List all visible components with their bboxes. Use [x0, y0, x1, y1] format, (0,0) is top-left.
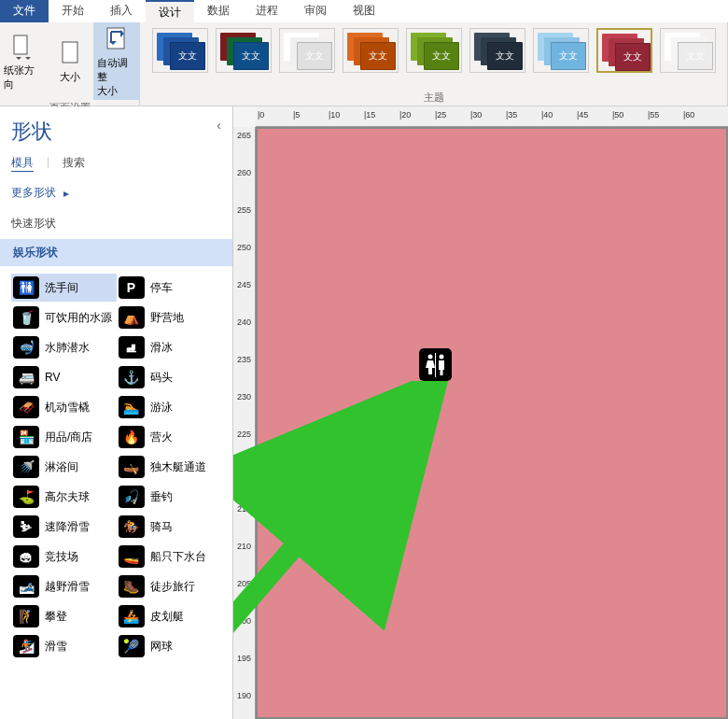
- shape-item-14[interactable]: ⛳高尔夫球: [11, 483, 117, 511]
- shapes-category-active[interactable]: 娱乐形状: [0, 239, 232, 266]
- shape-item-21[interactable]: 🥾徒步旅行: [117, 572, 222, 600]
- themes-group-label: 主题: [140, 90, 727, 106]
- ruler-horizontal: |0|5|10|15|20|25|30|35|40|45|50|55|60: [256, 106, 728, 127]
- orientation-label: 纸张方向: [4, 63, 43, 92]
- canvas-shape-restroom[interactable]: [419, 348, 452, 381]
- shape-item-10[interactable]: 🏪用品/商店: [11, 423, 117, 451]
- svg-rect-6: [439, 360, 444, 370]
- shape-item-19[interactable]: 🚤船只下水台: [117, 543, 222, 571]
- shape-item-2[interactable]: 🥤可饮用的水源: [11, 303, 117, 331]
- canvas[interactable]: [256, 127, 728, 719]
- shape-icon: ⛺: [119, 306, 145, 329]
- shape-item-12[interactable]: 🚿淋浴间: [11, 453, 117, 481]
- shape-label: 船只下水台: [150, 549, 206, 565]
- shape-icon: 🏇: [119, 515, 145, 538]
- shape-item-15[interactable]: 🎣垂钓: [117, 483, 222, 511]
- ribbon-tab-0[interactable]: 文件: [0, 0, 49, 22]
- shape-item-17[interactable]: 🏇骑马: [117, 513, 222, 541]
- svg-point-3: [427, 354, 432, 359]
- shape-label: 竞技场: [45, 549, 78, 565]
- theme-thumb-7[interactable]: 文文: [596, 28, 652, 73]
- shape-icon: ⛳: [13, 486, 39, 508]
- shape-label: 营火: [150, 430, 173, 445]
- shape-label: RV: [45, 371, 60, 384]
- shape-item-23[interactable]: 🚣皮划艇: [117, 602, 222, 630]
- shape-icon: ⚓: [119, 366, 145, 388]
- ribbon-tab-1[interactable]: 开始: [49, 0, 97, 22]
- shape-item-6[interactable]: 🚐RV: [11, 363, 117, 391]
- ribbon-tabs: 文件开始插入设计数据进程审阅视图: [0, 0, 728, 22]
- shape-item-4[interactable]: 🤿水肺潜水: [11, 333, 117, 361]
- collapse-panel-button[interactable]: ‹: [217, 118, 221, 133]
- shape-label: 滑雪: [45, 639, 67, 655]
- shape-label: 攀登: [45, 609, 67, 625]
- shape-label: 滑冰: [150, 340, 173, 356]
- shape-item-11[interactable]: 🔥营火: [117, 423, 222, 451]
- shapes-subtab-1[interactable]: 搜索: [63, 155, 85, 172]
- shape-item-9[interactable]: 🏊游泳: [117, 393, 222, 421]
- shape-item-25[interactable]: 🎾网球: [117, 632, 222, 660]
- quick-shapes-button[interactable]: 快速形状: [0, 208, 232, 239]
- shape-item-8[interactable]: 🛷机动雪橇: [11, 393, 117, 421]
- more-shapes-label: 更多形状: [11, 185, 56, 201]
- svg-line-8: [233, 395, 426, 708]
- ribbon-tab-6[interactable]: 审阅: [291, 0, 340, 22]
- theme-thumb-2[interactable]: 文文: [279, 28, 335, 73]
- shape-item-18[interactable]: 🏟竞技场: [11, 543, 117, 571]
- orientation-button[interactable]: 纸张方向: [0, 22, 47, 100]
- shape-icon: ⛷: [13, 515, 39, 538]
- shape-item-1[interactable]: P停车: [117, 274, 222, 302]
- shape-item-0[interactable]: 🚻洗手间: [11, 274, 117, 302]
- theme-thumb-0[interactable]: 文文: [152, 28, 208, 73]
- page-setup-group: 纸张方向 大小 自动调整 大小 页面设置: [0, 22, 140, 106]
- shape-label: 野营地: [150, 310, 184, 326]
- shape-item-7[interactable]: ⚓码头: [117, 363, 222, 391]
- ribbon-tab-4[interactable]: 数据: [194, 0, 243, 22]
- shape-item-16[interactable]: ⛷速降滑雪: [11, 513, 117, 541]
- orientation-icon: [8, 32, 38, 62]
- shape-icon: 🛷: [13, 396, 39, 418]
- shape-icon: 🥤: [13, 306, 39, 329]
- autofit-icon: [102, 24, 132, 54]
- shape-icon: 🚤: [119, 545, 145, 568]
- theme-thumb-3[interactable]: 文文: [343, 28, 399, 73]
- theme-thumb-1[interactable]: 文文: [216, 28, 272, 73]
- shape-item-22[interactable]: 🧗攀登: [11, 602, 117, 630]
- shape-icon: 🛶: [119, 456, 145, 478]
- shape-icon: 🧗: [13, 605, 39, 627]
- shape-label: 洗手间: [45, 280, 78, 296]
- canvas-area: |0|5|10|15|20|25|30|35|40|45|50|55|60 26…: [233, 106, 728, 719]
- theme-thumb-5[interactable]: 文文: [469, 28, 525, 73]
- more-shapes-button[interactable]: 更多形状 ▸: [0, 177, 232, 208]
- shape-item-24[interactable]: 🏂滑雪: [11, 632, 117, 660]
- ruler-vertical: 2652602552502452402352302252202152102052…: [233, 127, 256, 719]
- shape-icon: 🚣: [119, 605, 145, 627]
- ribbon-tab-7[interactable]: 视图: [340, 0, 388, 22]
- annotation-arrow: [233, 381, 454, 717]
- shape-icon: 🎣: [119, 486, 145, 508]
- ribbon: 纸张方向 大小 自动调整 大小 页面设置 文文文文文文文文文文文文文文文文文文 …: [0, 22, 728, 106]
- shape-item-5[interactable]: ⛸滑冰: [117, 333, 222, 361]
- shape-label: 皮划艇: [150, 609, 184, 625]
- ribbon-tab-2[interactable]: 插入: [97, 0, 146, 22]
- autofit-button[interactable]: 自动调整 大小: [93, 22, 140, 100]
- shapes-subtab-0[interactable]: 模具: [11, 155, 34, 172]
- shape-item-3[interactable]: ⛺野营地: [117, 303, 222, 331]
- shape-label: 徒步旅行: [150, 579, 195, 595]
- shape-icon: 🤿: [13, 336, 39, 359]
- shapes-panel-title: 形状: [11, 120, 52, 143]
- theme-thumb-6[interactable]: 文文: [533, 28, 589, 73]
- svg-rect-0: [14, 35, 27, 54]
- shape-item-20[interactable]: 🎿越野滑雪: [11, 572, 117, 600]
- shape-label: 独木艇通道: [150, 459, 206, 475]
- svg-rect-1: [63, 42, 77, 63]
- shapes-panel: 形状 ‹ 模具|搜索 更多形状 ▸ 快速形状 娱乐形状 🚻洗手间P停车🥤可饮用的…: [0, 106, 233, 719]
- theme-thumb-8[interactable]: 文文: [660, 28, 716, 73]
- theme-thumb-4[interactable]: 文文: [406, 28, 462, 73]
- ribbon-tab-5[interactable]: 进程: [243, 0, 291, 22]
- ribbon-tab-3[interactable]: 设计: [146, 0, 194, 22]
- autofit-label: 自动调整 大小: [97, 56, 136, 98]
- shape-item-13[interactable]: 🛶独木艇通道: [117, 453, 222, 481]
- svg-rect-4: [435, 353, 436, 377]
- size-button[interactable]: 大小: [47, 22, 93, 100]
